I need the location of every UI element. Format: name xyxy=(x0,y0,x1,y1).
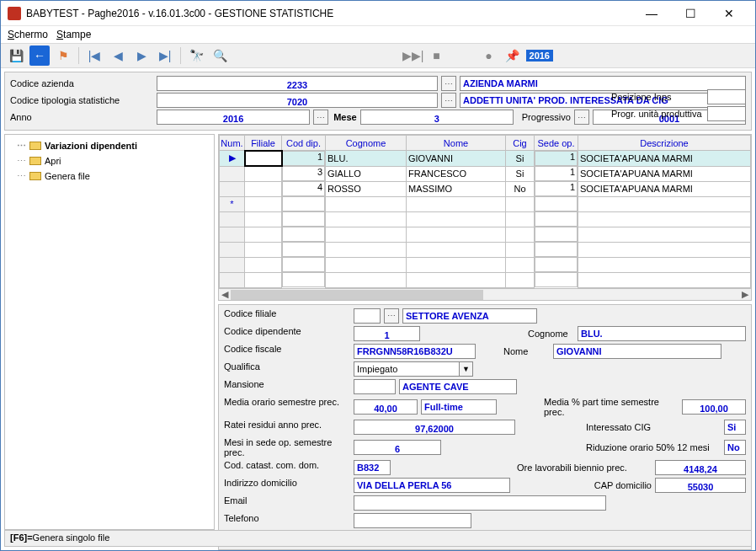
menu-stampe[interactable]: Stampe xyxy=(56,29,91,40)
skip-icon[interactable]: ▶▶| xyxy=(403,45,423,66)
cell[interactable]: SOCIETA'APUANA MARMI xyxy=(578,151,751,167)
cell[interactable] xyxy=(282,211,325,227)
tree-item-variazioni[interactable]: ⋯ Variazioni dipendenti xyxy=(8,138,210,153)
cell[interactable]: Si xyxy=(506,166,535,181)
cell[interactable] xyxy=(535,242,578,257)
cell[interactable] xyxy=(326,196,407,211)
cell[interactable]: GIOVANNI xyxy=(407,151,506,167)
cell[interactable]: 1 xyxy=(535,181,578,196)
table-row[interactable]: ▶1BLU.GIOVANNISi1SOCIETA'APUANA MARMI xyxy=(220,151,751,167)
combo-qualifica[interactable]: Impiegato ▼ xyxy=(354,361,473,377)
cell[interactable] xyxy=(578,227,751,242)
cell[interactable]: 1 xyxy=(535,166,578,181)
cell[interactable] xyxy=(506,257,535,272)
table-row[interactable] xyxy=(220,257,751,272)
field-cognome[interactable]: BLU. xyxy=(578,326,746,341)
cell[interactable] xyxy=(220,257,245,272)
lookup-tipologia-button[interactable]: ⋯ xyxy=(441,93,456,108)
stop-icon[interactable]: ■ xyxy=(427,45,447,66)
scroll-right-icon[interactable]: ▶ xyxy=(739,289,751,301)
cell[interactable] xyxy=(407,272,506,287)
cell[interactable] xyxy=(282,196,325,211)
table-row[interactable] xyxy=(220,272,751,287)
cell[interactable]: * xyxy=(220,196,245,211)
cell[interactable]: 4 xyxy=(282,181,325,196)
cell[interactable]: ▶ xyxy=(220,151,245,167)
cell[interactable] xyxy=(326,227,407,242)
cell[interactable] xyxy=(220,272,245,287)
cell[interactable]: SOCIETA'APUANA MARMI xyxy=(578,181,751,196)
last-icon[interactable]: ▶| xyxy=(155,45,175,66)
field-cap[interactable]: 55030 xyxy=(655,478,746,493)
cell[interactable] xyxy=(245,272,282,287)
cell[interactable] xyxy=(326,272,407,287)
first-icon[interactable]: |◀ xyxy=(84,45,104,66)
pin-icon[interactable]: 📌 xyxy=(503,45,523,66)
cell[interactable] xyxy=(245,166,282,181)
field-email[interactable] xyxy=(354,495,606,511)
cell[interactable] xyxy=(326,242,407,257)
field-interessato-cig[interactable]: Si xyxy=(724,420,746,435)
cell[interactable] xyxy=(407,227,506,242)
field-media-orario[interactable]: 40,00 xyxy=(354,399,418,415)
cell[interactable] xyxy=(245,242,282,257)
field-ore-lav[interactable]: 4148,24 xyxy=(655,460,746,475)
field-codice-tipologia[interactable]: 7020 xyxy=(157,93,438,108)
cell[interactable] xyxy=(506,242,535,257)
cell[interactable]: 3 xyxy=(282,166,325,181)
field-mese[interactable]: 3 xyxy=(360,110,514,125)
field-nome[interactable]: GIOVANNI xyxy=(553,344,721,359)
close-button[interactable]: ✕ xyxy=(710,1,748,26)
flag-icon[interactable]: ⚑ xyxy=(53,45,73,66)
field-progr-unita[interactable] xyxy=(707,106,746,121)
chevron-down-icon[interactable]: ▼ xyxy=(460,361,473,377)
field-telefono[interactable] xyxy=(354,513,471,528)
table-row[interactable] xyxy=(220,242,751,257)
cell[interactable] xyxy=(407,257,506,272)
table-row[interactable] xyxy=(220,227,751,242)
cell[interactable] xyxy=(535,196,578,211)
field-ratei[interactable]: 97,62000 xyxy=(354,420,515,435)
lookup-progressivo-button[interactable]: ⋯ xyxy=(574,110,589,125)
zoom-icon[interactable]: 🔍 xyxy=(210,45,230,66)
lookup-azienda-button[interactable]: ⋯ xyxy=(441,76,456,91)
cell[interactable]: 1 xyxy=(282,151,325,166)
cell[interactable] xyxy=(578,196,751,211)
scroll-thumb[interactable] xyxy=(231,290,483,300)
cell[interactable] xyxy=(282,272,325,287)
tree-item-apri[interactable]: ⋯ Apri xyxy=(8,153,210,169)
cell[interactable] xyxy=(282,227,325,242)
cell[interactable] xyxy=(245,181,282,196)
cell[interactable] xyxy=(535,272,578,287)
cell[interactable]: SOCIETA'APUANA MARMI xyxy=(578,166,751,181)
cell[interactable] xyxy=(578,272,751,287)
cell[interactable] xyxy=(220,227,245,242)
cell[interactable]: GIALLO xyxy=(326,166,407,181)
cell[interactable]: ROSSO xyxy=(326,181,407,196)
col-sede-op[interactable]: Sede op. xyxy=(535,136,578,151)
cell[interactable] xyxy=(326,211,407,227)
data-grid[interactable]: Num. Filiale Cod dip. Cognome Nome Cig S… xyxy=(218,134,752,301)
lookup-filiale-button[interactable]: ⋯ xyxy=(384,308,399,324)
cell[interactable] xyxy=(407,242,506,257)
cell[interactable] xyxy=(282,257,325,272)
cell[interactable] xyxy=(220,181,245,196)
cell[interactable]: No xyxy=(506,181,535,196)
cell[interactable] xyxy=(506,211,535,227)
cell[interactable] xyxy=(506,196,535,211)
cell[interactable] xyxy=(245,196,282,211)
field-codice-filiale[interactable] xyxy=(354,308,381,324)
cell[interactable] xyxy=(220,242,245,257)
save-icon[interactable]: 💾 xyxy=(6,45,26,66)
cell[interactable] xyxy=(282,242,325,257)
horizontal-scrollbar[interactable]: ◀ ▶ xyxy=(219,288,751,300)
cell[interactable] xyxy=(326,257,407,272)
prev-icon[interactable]: ◀ xyxy=(108,45,128,66)
cell[interactable] xyxy=(578,211,751,227)
cell[interactable] xyxy=(535,227,578,242)
cell[interactable]: BLU. xyxy=(326,151,407,167)
col-cod-dip[interactable]: Cod dip. xyxy=(282,136,326,151)
field-mesi-sede[interactable]: 6 xyxy=(354,440,441,455)
field-media-pt[interactable]: 100,00 xyxy=(682,399,746,415)
cell[interactable] xyxy=(245,211,282,227)
